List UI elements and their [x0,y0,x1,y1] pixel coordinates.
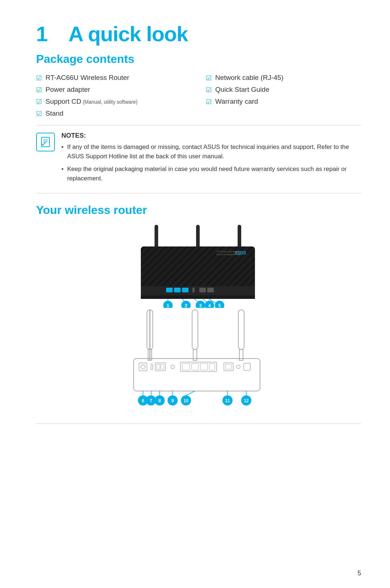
svg-rect-55 [209,364,215,370]
svg-text:7: 7 [150,398,152,403]
router-image-container: /ISUS RT-AC66U Dual Band 5X3 802.11AC Gi… [36,225,361,413]
svg-text:4: 4 [208,303,211,308]
item-label: Quick Start Guide [215,86,269,94]
notes-item-1: If any of the items is damaged or missin… [61,142,361,161]
svg-rect-46 [151,364,153,370]
item-label: Stand [46,110,64,117]
svg-rect-39 [192,310,198,349]
svg-rect-54 [200,364,208,370]
notes-item-2: Keep the original packaging material in … [61,164,361,183]
router-back-diagram: 6 7 8 9 10 11 [119,308,278,413]
notes-icon-box [36,133,55,151]
svg-text:3: 3 [199,303,202,308]
contents-col-right: ☑ Network cable (RJ-45) ☑ Quick Start Gu… [206,74,361,118]
list-item: ☑ Stand [36,110,191,118]
svg-rect-17 [182,288,188,292]
svg-rect-52 [182,364,190,370]
wireless-router-heading: Your wireless router [36,203,361,217]
svg-line-72 [186,391,195,395]
svg-text:11: 11 [225,398,230,403]
package-contents-heading: Package contents [36,52,361,66]
page-number: 5 [358,570,361,577]
svg-text:8: 8 [158,398,161,403]
svg-rect-16 [174,288,181,292]
bottom-divider [36,424,361,424]
svg-rect-18 [192,288,195,292]
svg-text:6: 6 [142,398,144,403]
checkbox-icon: ☑ [36,98,42,106]
svg-text:10: 10 [183,398,188,403]
list-item: ☑ Support CD (Manual, utility software) [36,98,191,106]
wireless-router-section: Your wireless router /ISUS [36,203,361,413]
list-item: ☑ Quick Start Guide [206,86,361,94]
notes-list: If any of the items is damaged or missin… [61,142,361,183]
contents-grid: ☑ RT-AC66U Wireless Router ☑ Power adapt… [36,74,361,118]
contents-col-left: ☑ RT-AC66U Wireless Router ☑ Power adapt… [36,74,191,118]
checkbox-icon: ☑ [36,74,42,82]
list-item: ☑ Warranty card [206,98,361,106]
list-item: ☑ Network cable (RJ-45) [206,74,361,82]
svg-rect-15 [166,288,173,292]
notes-content: NOTES: If any of the items is damaged or… [61,132,361,186]
checkbox-icon: ☑ [206,86,212,94]
checkbox-icon: ☑ [206,98,212,106]
svg-text:1: 1 [166,303,169,308]
svg-line-63 [151,391,152,395]
checkbox-icon: ☑ [36,86,42,94]
svg-rect-57 [226,364,231,369]
svg-rect-44 [139,363,147,371]
svg-rect-20 [207,288,214,292]
svg-text:12: 12 [244,398,249,403]
item-label: RT-AC66U Wireless Router [46,74,129,82]
list-item: ☑ RT-AC66U Wireless Router [36,74,191,82]
svg-rect-49 [161,364,164,369]
checkbox-icon: ☑ [206,74,212,82]
svg-point-45 [141,365,145,369]
svg-rect-19 [199,288,206,292]
notepad-icon [40,137,51,147]
svg-rect-56 [224,363,233,371]
item-label: Support CD (Manual, utility software) [46,98,138,106]
router-front-diagram: /ISUS RT-AC66U Dual Band 5X3 802.11AC Gi… [130,225,267,308]
package-contents-section: Package contents ☑ RT-AC66U Wireless Rou… [36,52,361,118]
svg-rect-48 [157,364,160,369]
svg-text:802.11AC Gigabit Router: 802.11AC Gigabit Router [217,253,241,256]
svg-rect-41 [238,310,244,349]
chapter-number: 1 [36,22,47,46]
item-label: Network cable (RJ-45) [215,74,283,82]
svg-text:RT-AC66U Dual Band 5X3: RT-AC66U Dual Band 5X3 [217,250,243,253]
svg-text:2: 2 [185,303,187,308]
checkbox-icon: ☑ [36,110,42,118]
item-label: Warranty card [215,98,258,106]
notes-label: NOTES: [61,132,361,140]
divider-2 [36,193,361,193]
svg-rect-53 [191,364,199,370]
list-item: ☑ Power adapter [36,86,191,94]
notes-box: NOTES: If any of the items is damaged or… [36,132,361,186]
svg-rect-14 [141,295,255,299]
svg-text:5: 5 [218,303,221,308]
svg-text:9: 9 [171,398,174,403]
svg-rect-59 [244,363,250,370]
svg-point-58 [237,365,240,369]
chapter-title: 1 A quick look [36,22,361,46]
chapter-text: A quick look [69,22,188,46]
item-label: Power adapter [46,86,90,94]
svg-point-50 [171,365,174,369]
divider-1 [36,125,361,125]
